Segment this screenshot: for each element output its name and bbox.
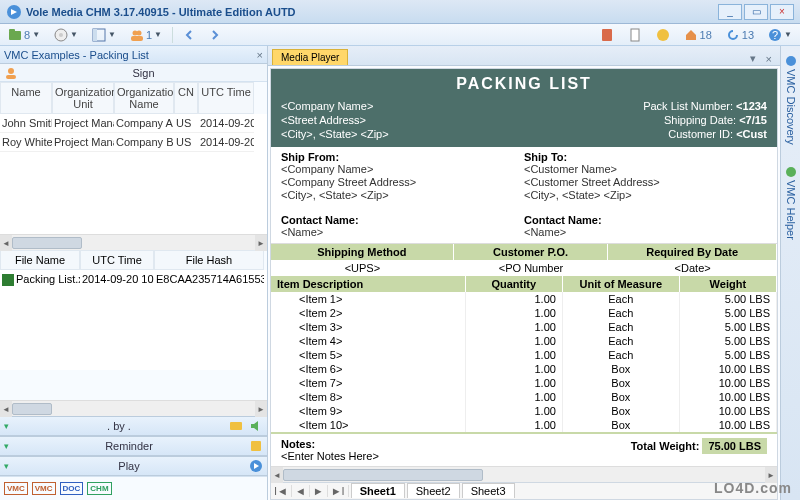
panel-title: VMC Examples - Packing List <box>4 49 149 61</box>
column-header[interactable]: File Name <box>0 250 80 270</box>
content-panel: Media Player ▾ × PACKING LIST <Company N… <box>268 46 780 500</box>
user-icon[interactable] <box>4 66 18 80</box>
play-icon[interactable] <box>249 459 263 473</box>
sheet-first-button[interactable]: I◄ <box>271 485 292 497</box>
svg-rect-10 <box>602 29 612 41</box>
doctype-badge[interactable]: DOC <box>60 482 84 495</box>
item-row: <Item 1>1.00Each5.00 LBS <box>271 292 777 306</box>
panel-header: VMC Examples - Packing List × <box>0 46 267 64</box>
table-row[interactable]: Packing List.xlsx2014-09-20 10:45E8CAA23… <box>0 270 267 289</box>
sheet-tab[interactable]: Sheet2 <box>407 483 460 498</box>
sign-scrollbar[interactable]: ◄► <box>0 234 267 250</box>
sidebar-tab-helper[interactable]: VMC Helper <box>784 161 798 246</box>
reminder-bar[interactable]: ▾ Reminder <box>0 436 267 456</box>
panel-close-icon[interactable]: × <box>257 49 263 61</box>
order-header: Shipping MethodCustomer P.O.Required By … <box>271 244 777 260</box>
sign-label: Sign <box>24 67 263 79</box>
svg-rect-9 <box>131 36 143 41</box>
watermark: LO4D.com <box>714 480 792 496</box>
file-table: File NameUTC TimeFile Hash Packing List.… <box>0 250 267 370</box>
doctype-badge[interactable]: VMC <box>32 482 56 495</box>
doctype-badge[interactable]: VMC <box>4 482 28 495</box>
toolbar-next-button[interactable] <box>205 28 225 42</box>
table-row[interactable]: John SmithProject ManagerCompany AUS2014… <box>0 114 267 133</box>
svg-rect-16 <box>6 75 16 79</box>
item-row: <Item 10>1.00Box10.00 LBS <box>271 418 777 432</box>
svg-point-8 <box>136 30 141 35</box>
doc-header: PACKING LIST <Company Name>Pack List Num… <box>271 69 777 147</box>
sidebar-tab-discovery[interactable]: VMC Discovery <box>784 50 798 151</box>
card-icon[interactable] <box>229 419 243 433</box>
item-row: <Item 6>1.00Box10.00 LBS <box>271 362 777 376</box>
doctype-bar: VMCVMCDOCCHM <box>0 476 267 500</box>
maximize-button[interactable]: ▭ <box>744 4 768 20</box>
reminder-icon[interactable] <box>249 439 263 453</box>
toolbar-disc-button[interactable]: ▼ <box>50 27 82 43</box>
toolbar-page-button[interactable] <box>624 27 646 43</box>
svg-point-15 <box>8 68 14 74</box>
toolbar-help-button[interactable]: ?▼ <box>764 27 796 43</box>
toolbar-panel-button[interactable]: ▼ <box>88 27 120 43</box>
main-toolbar: 8▼ ▼ ▼ 1▼ 18 13 ?▼ <box>0 24 800 46</box>
toolbar-users-button[interactable]: 1▼ <box>126 27 166 43</box>
item-row: <Item 7>1.00Box10.00 LBS <box>271 376 777 390</box>
sheet-tabs: I◄ ◄ ► ►I Sheet1Sheet2Sheet3 <box>271 482 777 499</box>
toolbar-library-button[interactable]: 8▼ <box>4 27 44 43</box>
item-list: <Item 1>1.00Each5.00 LBS<Item 2>1.00Each… <box>271 292 777 432</box>
sheet-next-button[interactable]: ► <box>310 485 328 497</box>
item-row: <Item 5>1.00Each5.00 LBS <box>271 348 777 362</box>
column-header[interactable]: Organization Name <box>114 82 174 114</box>
sheet-prev-button[interactable]: ◄ <box>292 485 310 497</box>
sheet-tab[interactable]: Sheet1 <box>351 483 405 498</box>
order-values: <UPS><PO Number<Date> <box>271 260 777 276</box>
item-row: <Item 8>1.00Box10.00 LBS <box>271 390 777 404</box>
sign-toolbar: Sign <box>0 64 267 82</box>
tab-menu-icon[interactable]: ▾ <box>746 52 760 65</box>
file-scrollbar[interactable]: ◄► <box>0 400 267 416</box>
svg-rect-1 <box>9 31 21 40</box>
expand-icon: ▾ <box>4 421 9 431</box>
svg-point-4 <box>59 33 63 37</box>
svg-rect-17 <box>230 422 242 430</box>
tab-media-player[interactable]: Media Player <box>272 49 348 65</box>
notes-section: Notes: <Enter Notes Here> Total Weight: … <box>271 432 777 466</box>
svg-rect-2 <box>9 29 15 32</box>
titlebar: Vole Media CHM 3.17.40915 - Ultimate Edi… <box>0 0 800 24</box>
svg-rect-18 <box>251 441 261 451</box>
column-header[interactable]: CN <box>174 82 198 114</box>
close-button[interactable]: × <box>770 4 794 20</box>
ship-section: Ship From: <Company Name><Company Street… <box>271 147 777 244</box>
item-header: Item DescriptionQuantityUnit of MeasureW… <box>271 276 777 292</box>
sound-icon[interactable] <box>249 419 263 433</box>
document-viewer: PACKING LIST <Company Name>Pack List Num… <box>270 68 778 500</box>
doctype-badge[interactable]: CHM <box>87 482 111 495</box>
right-sidebar: VMC Discovery VMC Helper <box>780 46 800 500</box>
sheet-last-button[interactable]: ►I <box>328 485 349 497</box>
sheet-tab[interactable]: Sheet3 <box>462 483 515 498</box>
toolbar-book-button[interactable] <box>596 27 618 43</box>
minimize-button[interactable]: _ <box>718 4 742 20</box>
column-header[interactable]: Name <box>0 82 52 114</box>
app-icon <box>6 4 22 20</box>
column-header[interactable]: File Hash <box>154 250 264 270</box>
svg-text:?: ? <box>772 29 778 41</box>
column-header[interactable]: Organizational Unit <box>52 82 114 114</box>
doc-scrollbar[interactable]: ◄► <box>271 466 777 482</box>
svg-rect-11 <box>631 29 639 41</box>
svg-rect-6 <box>93 29 97 41</box>
tab-close-icon[interactable]: × <box>762 53 776 65</box>
expand-icon: ▾ <box>4 461 9 471</box>
left-panel: VMC Examples - Packing List × Sign NameO… <box>0 46 268 500</box>
table-row[interactable]: Roy WhiteProject ManagerCompany BUS2014-… <box>0 133 267 152</box>
toolbar-home-button[interactable]: 18 <box>680 27 716 43</box>
toolbar-globe-button[interactable] <box>652 27 674 43</box>
toolbar-refresh-button[interactable]: 13 <box>722 27 758 43</box>
svg-point-12 <box>657 29 669 41</box>
column-header[interactable]: UTC Time <box>198 82 254 114</box>
toolbar-prev-button[interactable] <box>179 28 199 42</box>
column-header[interactable]: UTC Time <box>80 250 154 270</box>
play-bar[interactable]: ▾ Play <box>0 456 267 476</box>
by-bar[interactable]: ▾ . by . <box>0 416 267 436</box>
item-row: <Item 2>1.00Each5.00 LBS <box>271 306 777 320</box>
expand-icon: ▾ <box>4 441 9 451</box>
